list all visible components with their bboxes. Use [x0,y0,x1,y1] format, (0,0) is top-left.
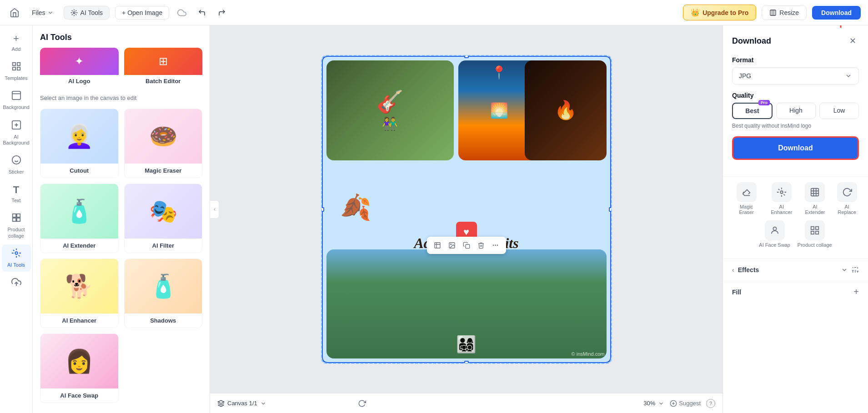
download-topbar-button[interactable]: Download [812,6,861,20]
effects-header[interactable]: ‹ Effects [732,264,859,275]
svg-rect-13 [12,218,15,221]
sidebar-item-sticker[interactable]: Sticker [2,151,31,179]
canvas-frame[interactable]: 🎸 👫 🌅 📍 🔥 [321,55,612,364]
ai-enhancer-card[interactable]: 🐕 AI Enhancer [40,259,119,328]
right-ai-face-swap-icon [765,220,785,240]
download-panel-header: Download ✕ [732,35,859,47]
open-image-button[interactable]: + Open Image [115,6,169,20]
sidebar-item-background[interactable]: Background [2,87,31,114]
toolbar-copy-icon[interactable] [461,239,472,251]
undo-button[interactable] [195,5,209,20]
add-icon: + [13,33,19,45]
ai-extender-image: 🧴 [40,184,118,239]
selection-handle-t[interactable] [464,55,469,58]
left-sidebar: + Add Templates Background AI Background [0,25,33,413]
panel-collapse-btn[interactable] [210,200,219,219]
effects-title: Effects [738,266,837,274]
right-tool-ai-replace[interactable]: AI Replace [835,182,859,215]
toolbar-resize-icon[interactable] [431,239,443,251]
svg-point-8 [12,156,20,164]
sidebar-item-add[interactable]: + Add [2,29,31,56]
toolbar-image-icon[interactable] [446,239,458,251]
toolbar-more-icon[interactable]: ··· [490,239,502,251]
right-ai-face-swap-label: AI Face Swap [759,242,790,248]
right-tool-ai-face-swap[interactable]: AI Face Swap [759,220,790,248]
ai-face-swap-image: 👩 [40,334,118,388]
canvas-zoom[interactable]: 30% [643,400,664,407]
svg-point-19 [450,244,451,244]
effects-settings-icon[interactable] [852,266,859,274]
canvas-content[interactable]: 🎸 👫 🌅 📍 🔥 [210,25,722,393]
quality-best-button[interactable]: Best Pro [732,103,773,119]
selection-handle-l[interactable] [321,207,324,212]
right-tool-magic-eraser[interactable]: Magic Eraser [732,182,761,215]
photo-top-left: 🎸 👫 [326,60,454,160]
svg-rect-14 [16,218,20,221]
selection-handle-bl[interactable] [321,361,324,364]
close-download-panel-button[interactable]: ✕ [846,35,859,47]
svg-rect-1 [770,10,776,15]
redo-button[interactable] [215,5,229,20]
suggest-button[interactable]: Suggest [670,400,701,407]
sidebar-item-ai-tools-label: AI Tools [7,262,25,268]
svg-rect-30 [811,227,813,229]
quality-high-button[interactable]: High [776,103,816,119]
shadows-card[interactable]: 🧴 Shadows [124,259,203,328]
sidebar-item-text[interactable]: T Text [2,180,31,207]
sidebar-item-ai-background[interactable]: AI Background [2,116,31,149]
ai-filter-image: 🎭 [125,184,202,239]
magic-eraser-card[interactable]: 🍩 Magic Eraser [124,109,203,178]
cloud-sync-button[interactable] [175,5,189,20]
right-tool-ai-extender[interactable]: AI Extender [802,182,828,215]
right-tool-product-collage[interactable]: Product collage [798,220,832,248]
topbar: Files AI Tools + Open Image 👑 Upgrade to… [0,0,868,25]
selection-handle-br[interactable] [609,361,612,364]
sidebar-item-product-collage[interactable]: Product collage [2,209,31,242]
sidebar-item-ai-tools[interactable]: AI Tools [2,244,31,272]
right-tools-section: Magic Eraser AI Enhancer AI Extender [723,177,868,259]
home-button[interactable] [7,5,22,20]
cutout-card[interactable]: 👩‍🦳 Cutout [40,109,119,178]
upgrade-button[interactable]: 👑 Upgrade to Pro [683,5,756,20]
ai-filter-card[interactable]: 🎭 AI Filter [124,184,203,253]
toolbar-delete-icon[interactable] [475,239,487,251]
batch-editor-card[interactable]: ⊞ Batch Editor [124,48,203,87]
tools-grid-top: ✦ AI Logo ⊞ Batch Editor [40,48,202,87]
tools-panel-title: AI Tools [40,33,202,42]
resize-button[interactable]: Resize [762,5,807,20]
format-select[interactable]: JPG [732,67,859,85]
fill-add-button[interactable]: + [853,287,859,297]
help-button[interactable]: ? [706,399,715,408]
right-tools-row-2: AI Face Swap Product collage [732,220,859,248]
files-menu[interactable]: Files [27,6,58,19]
photo-bottom: 👨‍👩‍👧‍👦 [326,249,607,358]
svg-rect-6 [12,91,20,100]
photo-top-right: 🔥 [525,60,607,160]
arrow-overlay [827,25,854,32]
format-label: Format [732,56,859,64]
sidebar-item-templates[interactable]: Templates [2,58,31,85]
sidebar-item-upload[interactable] [2,274,31,293]
selection-handle-tl[interactable] [321,55,324,58]
right-magic-eraser-label: Magic Eraser [732,204,761,215]
svg-rect-20 [466,244,470,249]
canvas-refresh-button[interactable] [356,397,368,410]
quality-hint: Best quality without insMind logo [732,123,859,129]
right-ai-extender-label: AI Extender [802,204,828,215]
svg-marker-21 [218,400,224,403]
selection-handle-tr[interactable] [609,55,612,58]
ai-logo-banner: ✦ [40,48,119,75]
right-tool-ai-enhancer[interactable]: AI Enhancer [768,182,795,215]
canvas-layers[interactable]: Canvas 1/1 [217,400,266,407]
batch-banner: ⊞ [124,48,203,75]
download-button[interactable]: Download [732,136,859,160]
selection-handle-r[interactable] [609,207,612,212]
download-panel-title: Download [732,36,771,46]
ai-extender-card[interactable]: 🧴 AI Extender [40,184,119,253]
ai-tools-button[interactable]: AI Tools [64,6,110,20]
ai-logo-card[interactable]: ✦ AI Logo [40,48,119,87]
selection-handle-b[interactable] [464,361,469,364]
ai-face-swap-card[interactable]: 👩 AI Face Swap [40,333,119,403]
quality-low-label: Low [833,107,845,114]
quality-low-button[interactable]: Low [819,103,859,119]
